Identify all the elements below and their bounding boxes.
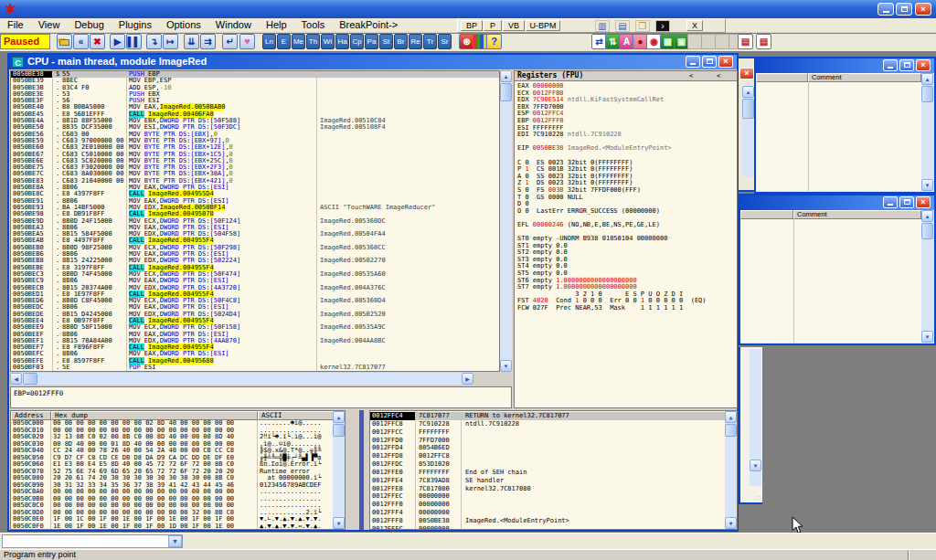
stack-row[interactable]: 0012FFE87C817080kernel32.7C817080: [370, 485, 725, 493]
scrollbar-thumb[interactable]: [500, 83, 512, 101]
menu-item-help[interactable]: Help: [259, 18, 294, 33]
toolbar-sr-button[interactable]: Sr: [438, 34, 452, 49]
register-line[interactable]: FCW 027F Prec NEAR,53 Mask 1 1 1 1 1 1: [515, 305, 737, 312]
close-button[interactable]: ×: [718, 56, 733, 68]
log-list-button[interactable]: ▤: [738, 34, 753, 49]
toolbar-ha-button[interactable]: Ha: [335, 34, 349, 49]
stack-row[interactable]: 0012FFE0FFFFFFFFEnd of SEH chain: [370, 469, 725, 477]
fragment-scrollbar[interactable]: ▼: [750, 349, 761, 486]
maximize-button[interactable]: [899, 196, 914, 208]
execute-till-return-button[interactable]: ↵: [222, 34, 238, 49]
stack-row[interactable]: 0012FFC47C817077RETURN to kernel32.7C817…: [370, 412, 725, 420]
scroll-down-icon[interactable]: ▼: [750, 460, 761, 471]
column-header-comment[interactable]: Comment: [808, 73, 921, 82]
command-input[interactable]: ▼: [2, 534, 183, 548]
register-line[interactable]: EIP 0050BE38 ImageRed.<ModuleEntryPoint>: [515, 145, 737, 153]
maximize-button[interactable]: [899, 59, 914, 71]
toolbar-ln-button[interactable]: Ln: [262, 34, 276, 49]
toolbar-me-button[interactable]: Me: [292, 34, 305, 49]
folder-button[interactable]: ❒: [635, 20, 650, 32]
fragment-scrollbar[interactable]: ▲: [742, 86, 754, 177]
vb-button[interactable]: VB: [503, 20, 525, 31]
toolbar-tr-button[interactable]: Tr: [423, 34, 437, 49]
register-line[interactable]: EDI 7C910228 ntdll.7C910228: [515, 132, 737, 139]
u-bpm-button[interactable]: U-BPM: [526, 20, 560, 31]
disasm-row[interactable]: 0050BED6.8B0D C8F45000MOV ECX,DWORD PTR …: [11, 298, 499, 304]
scroll-left-icon[interactable]: ◀: [10, 373, 22, 385]
scrollbar-thumb[interactable]: [921, 223, 933, 239]
registers-pane-header[interactable]: Registers (FPU) < <: [515, 71, 737, 81]
disasm-row[interactable]: 0050BE8C.E8 4397F8FFCALL ImageRed.004955…: [11, 191, 499, 197]
disasm-row[interactable]: 0050BEB0.8B0D 98F25000MOV ECX,DWORD PTR …: [11, 245, 499, 251]
column-header-comment[interactable]: Comment: [793, 210, 921, 219]
scroll-up-icon[interactable]: ▲: [500, 70, 512, 82]
scroll-up-icon[interactable]: ▲: [725, 411, 737, 423]
stack-row[interactable]: 0012FFC87C910228ntdll.7C910228: [370, 420, 725, 428]
fragment-close-button[interactable]: ×: [739, 68, 754, 79]
toolbar-br-button[interactable]: Br: [394, 34, 408, 49]
scroll-up-icon[interactable]: ▲: [921, 73, 933, 85]
scrollbar-thumb[interactable]: [333, 424, 345, 437]
maximize-button[interactable]: [702, 56, 717, 68]
bp-button[interactable]: BP: [461, 20, 483, 31]
disasm-row[interactable]: 0050BEC3.8B0D 74F45000MOV ECX,DWORD PTR …: [11, 271, 499, 278]
toolbar-st-button[interactable]: St: [379, 34, 393, 49]
toolbar-th-button[interactable]: Th: [306, 34, 320, 49]
command-dropdown-button[interactable]: ▼: [168, 535, 182, 547]
minimize-button[interactable]: [883, 196, 898, 208]
toolbar-cp-button[interactable]: Cp: [350, 34, 364, 49]
close-program-button[interactable]: ✖: [90, 34, 105, 49]
stack-row[interactable]: 0012FFD80012FFC8: [370, 452, 725, 460]
register-line[interactable]: O 0 LastErr ERROR_SUCCESS (00000000): [515, 208, 737, 216]
register-line[interactable]: EFL 00000246 (NO,NB,E,BE,NS,PE,GE,LE): [515, 222, 737, 229]
comment-window-2-titlebar[interactable]: ×: [740, 195, 934, 210]
stack-row[interactable]: 0012FFDC853D1020: [370, 460, 725, 469]
comment-window-1-titlebar[interactable]: ×: [756, 58, 934, 73]
scrollbar-thumb[interactable]: [742, 99, 754, 119]
scroll-down-icon[interactable]: ▼: [500, 360, 512, 372]
close-button[interactable]: ×: [915, 3, 931, 16]
stack-row[interactable]: 0012FFD48054B6ED: [370, 444, 725, 452]
log-list-button-2[interactable]: ▤: [756, 34, 771, 49]
p-button[interactable]: P: [484, 20, 502, 31]
disasm-row[interactable]: 0050BF03.5EPOP ESIkernel32.7C817077: [11, 365, 499, 371]
step-into-button[interactable]: ↴: [146, 34, 162, 49]
scroll-down-icon[interactable]: ▼: [921, 179, 933, 191]
restore-button[interactable]: [896, 3, 912, 16]
close-button[interactable]: ×: [916, 196, 931, 208]
scroll-right-icon[interactable]: ▶: [462, 373, 473, 385]
disasm-row[interactable]: 0050BEFE.E8 8597F8FFCALL ImageRed.004956…: [11, 358, 499, 365]
scrollbar-thumb[interactable]: [23, 373, 37, 385]
disasm-vertical-scrollbar[interactable]: ▲ ▼: [500, 70, 512, 372]
disasm-horizontal-scrollbar[interactable]: ◀ ▶: [10, 373, 473, 385]
toolbar-e-button[interactable]: E: [277, 34, 291, 49]
minimize-button[interactable]: [686, 56, 700, 68]
stack-row[interactable]: 0012FFF80050BE38ImageRed.<ModuleEntryPoi…: [370, 517, 725, 525]
menu-item-file[interactable]: File: [0, 18, 31, 33]
notes-button[interactable]: ▥: [595, 20, 610, 32]
comment-window-2-scrollbar[interactable]: ▲ ▼: [921, 210, 934, 343]
step-over-button[interactable]: ↦: [163, 34, 178, 49]
toolbar-close-button[interactable]: X: [686, 20, 703, 31]
toolbar-re-button[interactable]: Re: [409, 34, 422, 49]
menu-item-tools[interactable]: Tools: [294, 18, 333, 33]
stack-row[interactable]: 0012FFCCFFFFFFFF: [370, 428, 725, 437]
restart-button[interactable]: «: [73, 34, 89, 49]
breakpoint-button[interactable]: ♥: [239, 34, 255, 49]
open-file-button[interactable]: [57, 34, 72, 49]
animate-into-button[interactable]: ⇊: [184, 34, 199, 49]
book-button[interactable]: ▤: [615, 20, 630, 32]
cpu-window-titlebar[interactable]: C CPU - main thread, module ImageRed ×: [9, 55, 737, 69]
registers-prev-icon[interactable]: <: [684, 72, 698, 80]
menu-item-plugins[interactable]: Plugins: [112, 18, 159, 33]
disasm-row[interactable]: 0050BEF7.E8 F896F8FFCALL ImageRed.004955…: [11, 344, 499, 351]
menu-item-view[interactable]: View: [31, 18, 68, 33]
scroll-down-icon[interactable]: ▼: [725, 517, 737, 529]
minimize-button[interactable]: [878, 3, 894, 16]
disasm-row[interactable]: 0050BE83.C683 21040000 00MOV BYTE PTR DS…: [11, 178, 499, 185]
disasm-row[interactable]: 0050BEE9.8B0D 58F15000MOV ECX,DWORD PTR …: [11, 324, 499, 331]
run-button[interactable]: ▶: [110, 34, 125, 49]
stack-row[interactable]: 0012FFFC00000000: [370, 525, 725, 530]
scroll-up-icon[interactable]: ▲: [742, 86, 754, 98]
disasm-row[interactable]: 0050BE3B.83C4 F0ADD ESP,-10: [11, 85, 499, 91]
